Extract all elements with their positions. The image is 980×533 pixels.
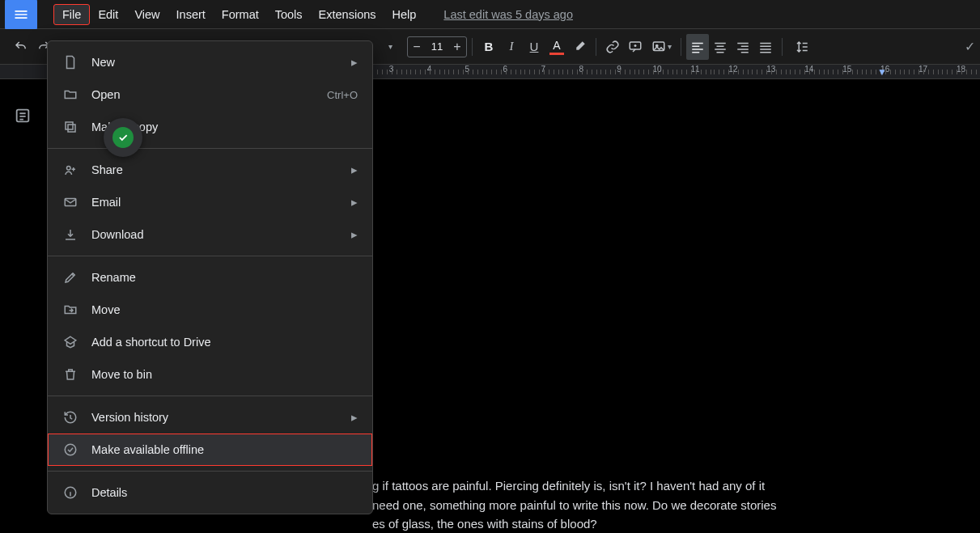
font-size-stepper[interactable]: − 11 + xyxy=(407,36,467,57)
share-icon xyxy=(61,163,80,177)
file-rename[interactable]: Rename xyxy=(48,261,372,294)
ruler-tick: 14 xyxy=(790,65,828,74)
submenu-arrow-icon: ▸ xyxy=(351,56,358,69)
file-open[interactable]: Open Ctrl+O xyxy=(48,78,372,111)
align-right-button[interactable] xyxy=(732,34,754,60)
doc-line: es of glass, the ones with stains of blo… xyxy=(372,514,946,533)
highlight-button[interactable] xyxy=(568,34,591,60)
menu-item-label: Share xyxy=(91,163,351,176)
svg-rect-5 xyxy=(66,122,73,129)
menu-divider xyxy=(48,148,372,149)
copy-icon xyxy=(61,120,80,134)
font-size-minus[interactable]: − xyxy=(408,40,426,54)
ruler-tick: 9 xyxy=(600,65,638,74)
ruler-tick: 6 xyxy=(486,65,524,74)
menu-file[interactable]: File xyxy=(53,4,90,25)
align-justify-button[interactable] xyxy=(754,34,777,60)
menu-view[interactable]: View xyxy=(126,5,168,24)
line-spacing-button[interactable] xyxy=(787,34,817,60)
ruler-tick: 17 xyxy=(904,65,942,74)
menu-insert[interactable]: Insert xyxy=(168,5,214,24)
menu-item-label: Move xyxy=(91,303,358,316)
font-family-dropdown-icon[interactable]: ▾ xyxy=(388,42,392,51)
insert-comment-button[interactable] xyxy=(624,34,647,60)
file-new[interactable]: New ▸ xyxy=(48,46,372,78)
shortcut-icon xyxy=(61,335,80,349)
outline-icon[interactable] xyxy=(14,107,32,125)
ruler-tick: 12 xyxy=(714,65,752,74)
menu-item-label: Download xyxy=(91,228,351,241)
file-make-available-offline[interactable]: Make available offline xyxy=(48,434,372,466)
ruler-tick: 7 xyxy=(524,65,562,74)
ruler-tick: 3 xyxy=(372,65,410,74)
menu-format[interactable]: Format xyxy=(214,5,267,24)
align-left-button[interactable] xyxy=(686,34,709,60)
menu-item-label: Open xyxy=(91,88,327,101)
menu-item-label: Make available offline xyxy=(91,443,358,456)
check-icon xyxy=(112,127,134,148)
ruler-tick: 4 xyxy=(410,65,448,74)
trash-icon xyxy=(61,367,80,382)
menu-item-label: Rename xyxy=(91,271,358,284)
ruler-indent-marker[interactable]: ▼ xyxy=(877,66,887,78)
menu-divider xyxy=(48,396,372,396)
menu-extensions[interactable]: Extensions xyxy=(311,5,384,24)
file-share[interactable]: Share ▸ xyxy=(48,154,372,186)
submenu-arrow-icon: ▸ xyxy=(351,163,358,176)
submenu-arrow-icon: ▸ xyxy=(351,228,358,241)
document-icon xyxy=(61,55,80,70)
file-email[interactable]: Email ▸ xyxy=(48,186,372,218)
doc-line: g if tattoos are painful. Piercing defin… xyxy=(372,476,946,495)
underline-button[interactable]: U xyxy=(523,34,545,60)
file-move[interactable]: Move xyxy=(48,294,372,326)
info-icon xyxy=(61,485,80,500)
offline-icon xyxy=(61,442,80,457)
menubar: File Edit View Insert Format Tools Exten… xyxy=(53,4,424,25)
ruler-tick: 8 xyxy=(562,65,600,74)
download-icon xyxy=(61,227,80,242)
insert-link-button[interactable] xyxy=(601,34,624,60)
history-icon xyxy=(61,410,80,425)
file-details[interactable]: Details xyxy=(48,476,372,509)
ruler-tick: 10 xyxy=(638,65,677,74)
menu-divider xyxy=(48,256,372,256)
ruler-tick: 5 xyxy=(448,65,486,74)
file-menu-dropdown: New ▸ Open Ctrl+O Make a copy Share ▸ Em… xyxy=(47,40,373,514)
menu-item-label: New xyxy=(91,56,351,69)
file-version-history[interactable]: Version history ▸ xyxy=(48,401,372,434)
toolbar-more-icon[interactable]: ✓ xyxy=(965,39,975,54)
file-make-copy[interactable]: Make a copy xyxy=(48,111,372,143)
insert-image-button[interactable]: ▾ xyxy=(647,34,676,60)
font-size-value[interactable]: 11 xyxy=(426,40,448,53)
menu-item-label: Add a shortcut to Drive xyxy=(91,336,358,349)
document-text: g if tattoos are painful. Piercing defin… xyxy=(372,476,946,533)
document-canvas[interactable]: g if tattoos are painful. Piercing defin… xyxy=(372,91,970,533)
align-center-button[interactable] xyxy=(709,34,732,60)
bold-button[interactable]: B xyxy=(477,34,500,60)
file-download[interactable]: Download ▸ xyxy=(48,218,372,251)
menu-item-label: Version history xyxy=(91,411,351,424)
menu-help[interactable]: Help xyxy=(384,5,425,24)
menu-item-label: Details xyxy=(91,486,358,499)
text-color-button[interactable]: A xyxy=(545,34,568,60)
italic-button[interactable]: I xyxy=(500,34,523,60)
ruler-tick: 13 xyxy=(752,65,790,74)
submenu-arrow-icon: ▸ xyxy=(351,411,358,424)
rename-icon xyxy=(61,270,80,285)
file-add-shortcut[interactable]: Add a shortcut to Drive xyxy=(48,326,372,358)
email-icon xyxy=(61,195,80,209)
menu-divider xyxy=(48,471,372,472)
menu-tools[interactable]: Tools xyxy=(267,5,311,24)
last-edit-link[interactable]: Last edit was 5 days ago xyxy=(443,8,573,21)
ruler-tick: 15 xyxy=(828,65,866,74)
undo-button[interactable] xyxy=(10,34,32,60)
menu-edit[interactable]: Edit xyxy=(90,5,126,24)
menu-item-label: Move to bin xyxy=(91,368,358,381)
docs-logo[interactable] xyxy=(5,0,37,31)
success-bubble xyxy=(104,118,142,157)
file-move-to-bin[interactable]: Move to bin xyxy=(48,358,372,391)
left-sidebar xyxy=(0,89,45,493)
folder-icon xyxy=(61,87,80,102)
font-size-plus[interactable]: + xyxy=(448,40,466,54)
svg-rect-4 xyxy=(68,125,75,132)
